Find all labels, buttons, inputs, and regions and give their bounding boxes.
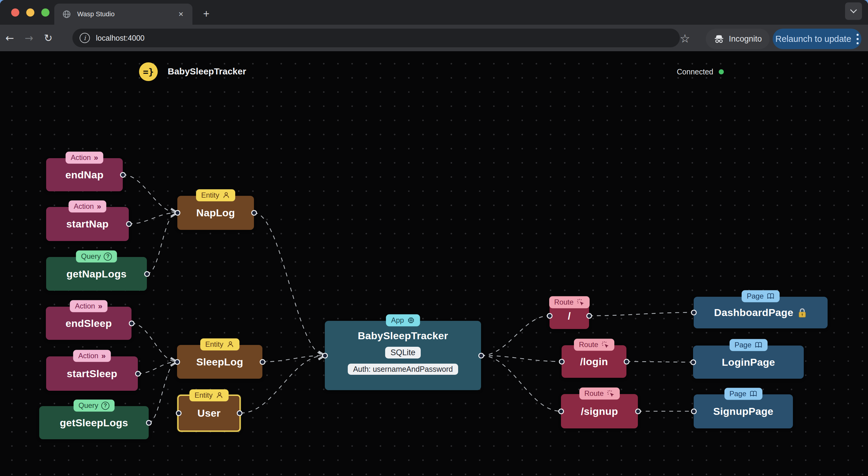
node-label: / — [568, 310, 571, 322]
node-label: LoginPage — [722, 356, 775, 368]
maximize-window-button[interactable] — [41, 8, 50, 16]
auth-lock-icon — [798, 308, 807, 318]
connection-handle-left[interactable] — [547, 313, 553, 319]
incognito-icon — [714, 34, 724, 43]
badge-label: Entity — [194, 390, 213, 400]
window-controls — [11, 8, 50, 16]
badge-label: Route — [579, 340, 598, 349]
browser-tab[interactable]: Wasp Studio × — [54, 4, 192, 25]
action-chevrons-icon: » — [98, 302, 102, 310]
open-book-icon — [754, 341, 763, 349]
bookmark-star-icon[interactable]: ☆ — [680, 32, 690, 45]
relaunch-to-update-button[interactable]: Relaunch to update — [773, 29, 861, 49]
action-type-badge: Action » — [73, 350, 111, 362]
badge-label: Query — [81, 251, 101, 261]
node-label-text: DashboardPage — [714, 307, 794, 318]
node-app-babysleeptracker[interactable]: App BabySleepTracker SQLite Auth: userna… — [325, 321, 481, 390]
tab-search-button[interactable] — [845, 2, 862, 20]
cursor-click-icon — [607, 389, 615, 397]
action-type-badge: Action » — [65, 151, 103, 164]
connection-handle-right[interactable] — [120, 172, 126, 178]
connection-handle-left[interactable] — [691, 310, 697, 315]
connection-handle-right[interactable] — [586, 313, 592, 319]
connection-handle-left[interactable] — [176, 410, 182, 416]
badge-label: Entity — [201, 191, 219, 200]
node-page-dashboard[interactable]: Page DashboardPage — [694, 297, 828, 328]
cursor-click-icon — [601, 341, 609, 348]
cpu-chip-icon — [407, 316, 415, 324]
connection-handle-left[interactable] — [322, 353, 328, 359]
badge-label: Query — [79, 401, 98, 410]
open-book-icon — [767, 292, 775, 300]
action-type-badge: Action » — [70, 300, 107, 312]
route-type-badge: Route — [574, 339, 614, 351]
badge-label: Action — [75, 301, 95, 311]
auth-pill: Auth: usernameAndPassword — [348, 364, 459, 375]
node-action-startsleep[interactable]: Action » startSleep — [46, 356, 138, 391]
new-tab-button[interactable]: + — [199, 7, 214, 21]
connection-handle-right[interactable] — [146, 420, 152, 426]
tab-strip: Wasp Studio × + — [0, 0, 868, 25]
node-page-login[interactable]: Page LoginPage — [693, 345, 804, 379]
node-route-signup[interactable]: Route /signup — [561, 394, 638, 429]
connection-handle-right[interactable] — [135, 371, 141, 377]
cursor-click-icon — [577, 298, 585, 306]
connection-handle-right[interactable] — [624, 359, 629, 365]
node-action-endsleep[interactable]: Action » endSleep — [46, 307, 131, 340]
node-entity-sleeplog[interactable]: Entity SleepLog — [177, 345, 262, 379]
badge-label: Action — [70, 153, 91, 162]
node-route-root[interactable]: Route / — [550, 303, 589, 329]
node-label: DashboardPage — [714, 307, 807, 318]
node-action-endnap[interactable]: Action » endNap — [46, 158, 123, 191]
node-label: /signup — [581, 406, 618, 417]
connection-handle-left[interactable] — [690, 360, 696, 365]
node-entity-naplog[interactable]: Entity NapLog — [177, 196, 254, 230]
connection-handle-right[interactable] — [237, 410, 243, 416]
person-icon — [226, 340, 234, 348]
minimize-window-button[interactable] — [26, 8, 34, 16]
node-label: endSleep — [65, 317, 112, 329]
connection-handle-left[interactable] — [559, 359, 565, 365]
node-route-login[interactable]: Route /login — [562, 345, 626, 378]
question-circle-icon: ? — [101, 402, 110, 410]
node-label: getSleepLogs — [60, 417, 128, 429]
connection-handle-right[interactable] — [251, 210, 257, 216]
badge-label: Route — [554, 297, 574, 307]
node-label: /login — [580, 356, 608, 368]
node-label: SignupPage — [713, 406, 773, 417]
node-query-getsleeplogs[interactable]: Query ? getSleepLogs — [39, 406, 149, 439]
connection-handle-right[interactable] — [478, 353, 484, 359]
chevron-down-icon — [850, 6, 857, 13]
question-circle-icon: ? — [104, 252, 112, 261]
node-action-startnap[interactable]: Action » startNap — [46, 207, 129, 241]
node-entity-user[interactable]: Entity User — [177, 395, 241, 432]
close-window-button[interactable] — [11, 8, 19, 16]
url-bar[interactable]: i localhost:4000 — [72, 29, 680, 47]
connection-handle-right[interactable] — [126, 221, 132, 227]
connection-handle-left[interactable] — [691, 409, 697, 414]
badge-label: Route — [584, 388, 603, 398]
node-query-getnaplogs[interactable]: Query ? getNapLogs — [46, 257, 147, 291]
close-tab-icon[interactable]: × — [177, 10, 185, 19]
query-type-badge: Query ? — [73, 400, 114, 411]
page-type-badge: Page — [729, 339, 767, 351]
node-label: NapLog — [196, 207, 235, 219]
connection-handle-right[interactable] — [635, 409, 641, 414]
node-page-signup[interactable]: Page SignupPage — [694, 394, 793, 429]
action-type-badge: Action » — [68, 200, 106, 212]
connection-handle-left[interactable] — [174, 359, 180, 365]
connection-handle-right[interactable] — [260, 359, 266, 365]
connection-handle-right[interactable] — [144, 271, 150, 277]
incognito-label: Incognito — [728, 34, 762, 44]
connection-handle-right[interactable] — [129, 320, 134, 326]
reload-button[interactable]: ↻ — [39, 32, 58, 44]
badge-label: Page — [747, 291, 764, 301]
browser-window: Wasp Studio × + ← → ↻ i localhost:4000 ☆… — [0, 0, 868, 476]
connection-handle-left[interactable] — [175, 210, 180, 216]
back-button[interactable]: ← — [0, 32, 19, 44]
page-type-badge: Page — [742, 290, 780, 302]
site-info-icon[interactable]: i — [80, 33, 90, 43]
forward-button[interactable]: → — [19, 32, 39, 44]
connection-handle-left[interactable] — [558, 409, 564, 414]
browser-menu-kebab-icon[interactable] — [857, 34, 859, 44]
